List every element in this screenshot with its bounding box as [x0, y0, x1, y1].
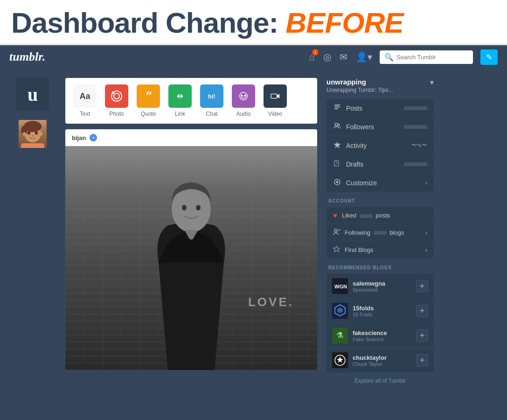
sidebar-item-posts[interactable]: Posts [326, 99, 434, 118]
fakescience-follow-button[interactable]: + [416, 329, 428, 342]
account-item-following[interactable]: Following blogs › [326, 224, 434, 241]
search-input[interactable] [396, 54, 468, 61]
rec-blog-chucktaylor: chucktaylor Chuck Taylor + [326, 348, 434, 373]
account-item-liked[interactable]: ♥ Liked posts [326, 207, 434, 224]
svg-point-5 [23, 132, 26, 136]
followers-count-bar [404, 125, 427, 129]
post-type-chat[interactable]: hi! Chat [200, 84, 224, 117]
banner-title-highlight: BEFORE [285, 7, 403, 39]
sidebar-blog-name: unwrapping [326, 78, 393, 86]
svg-marker-16 [277, 94, 280, 98]
svg-point-14 [244, 95, 246, 97]
svg-rect-28 [334, 108, 338, 109]
find-blogs-icon [333, 245, 340, 254]
link-label: Link [175, 111, 185, 117]
svg-marker-31 [333, 142, 341, 148]
svg-point-3 [28, 132, 30, 135]
following-chevron: › [425, 229, 427, 236]
svg-point-12 [240, 92, 248, 100]
customize-chevron: › [425, 179, 427, 186]
home-icon[interactable]: ⌂ [309, 52, 315, 63]
post-type-link[interactable]: Link [168, 84, 192, 117]
account-label: ACCOUNT [326, 198, 434, 203]
banner-title-main: Dashboard Change: [11, 7, 278, 39]
post-type-photo[interactable]: Photo [104, 84, 129, 117]
audio-icon [232, 84, 255, 108]
recommended-section: RECOMMENDED BLOGS WGN salemwgna Sponsore… [326, 265, 434, 384]
user-avatar [19, 120, 47, 148]
post-image: LOVE. [65, 146, 317, 370]
svg-point-23 [182, 205, 187, 210]
svg-point-7 [32, 135, 34, 137]
chuck-follow-button[interactable]: + [416, 354, 428, 366]
fakescience-sub: Fake Science [353, 336, 411, 342]
tumblr-logo: tumblr. [9, 50, 45, 64]
sidebar-nav-card: Posts Followers Activity 〜∿〜 [326, 99, 434, 192]
blog-selector-chevron[interactable]: ▾ [430, 78, 434, 87]
posts-icon [333, 104, 341, 112]
post-type-audio[interactable]: Audio [231, 84, 256, 117]
15folds-sub: 15 Folds [353, 312, 411, 317]
sidebar-blog-sub: Unwrapping Tumblr: Tips... [326, 87, 393, 93]
sidebar-blog-header: unwrapping Unwrapping Tumblr: Tips... ▾ [326, 78, 434, 93]
svg-point-24 [196, 205, 201, 210]
post-header: bijan + [65, 129, 317, 146]
account-icon[interactable]: 👤▾ [356, 51, 372, 63]
edit-button[interactable]: ✎ [480, 49, 498, 65]
fakescience-avatar: ⚗ [332, 328, 348, 343]
search-bar[interactable]: 🔍 [380, 50, 473, 64]
mail-icon[interactable]: ✉ [340, 51, 347, 63]
svg-point-9 [114, 93, 119, 99]
fakescience-info: fakescience Fake Science [353, 329, 411, 342]
liked-count [360, 214, 373, 218]
salem-sub: Sponsored [353, 287, 411, 293]
drafts-count-bar [404, 162, 427, 166]
salem-follow-button[interactable]: + [416, 280, 428, 292]
svg-rect-8 [21, 143, 44, 148]
liked-text: Liked posts [342, 212, 427, 219]
account-item-find-blogs[interactable]: Find Blogs › [326, 241, 434, 259]
sidebar-item-drafts[interactable]: Drafts [326, 155, 434, 174]
15folds-name: 15folds [353, 305, 411, 312]
link-icon [168, 84, 192, 108]
person-silhouette [131, 169, 252, 370]
drafts-label: Drafts [346, 161, 399, 168]
15folds-follow-button[interactable]: + [416, 305, 428, 317]
post-type-text[interactable]: Aa Text [73, 84, 97, 117]
svg-marker-40 [333, 246, 340, 252]
sidebar-item-activity[interactable]: Activity 〜∿〜 [326, 136, 434, 155]
post-type-quote[interactable]: " Quote [136, 84, 160, 117]
text-label: Text [80, 111, 90, 117]
post-type-video[interactable]: Video [263, 84, 287, 117]
svg-text:WGN: WGN [334, 284, 347, 289]
explore-icon[interactable]: ◎ [323, 51, 331, 63]
fakescience-name: fakescience [353, 329, 411, 336]
15folds-info: 15folds 15 Folds [353, 305, 411, 317]
video-icon [264, 84, 287, 108]
svg-point-6 [40, 132, 42, 136]
15folds-avatar [332, 303, 348, 319]
navbar-icons: ⌂ ◎ ✉ 👤▾ [309, 51, 372, 63]
chuck-name: chucktaylor [353, 354, 411, 361]
salem-avatar: WGN [332, 278, 348, 294]
customize-icon [333, 178, 341, 187]
post-follow-button[interactable]: + [90, 134, 97, 141]
svg-rect-27 [334, 106, 340, 107]
right-sidebar: unwrapping Unwrapping Tumblr: Tips... ▾ … [326, 78, 434, 384]
posts-label: Posts [346, 105, 399, 112]
salem-name: salemwgna [353, 280, 411, 287]
chuck-info: chucktaylor Chuck Taylor [353, 354, 411, 367]
video-label: Video [268, 111, 282, 117]
quote-icon: " [137, 84, 160, 108]
svg-rect-11 [112, 91, 114, 94]
love-text: LOVE. [248, 295, 294, 309]
svg-point-29 [335, 123, 338, 126]
sidebar-item-customize[interactable]: Customize › [326, 174, 434, 192]
svg-rect-26 [334, 105, 340, 105]
text-icon: Aa [73, 84, 97, 108]
banner-title: Dashboard Change: BEFORE [11, 8, 496, 37]
sidebar-item-followers[interactable]: Followers [326, 118, 434, 136]
activity-label: Activity [346, 142, 407, 149]
account-section: ACCOUNT ♥ Liked posts Following blogs › [326, 198, 434, 259]
explore-all-link[interactable]: Explore all of Tumblr [326, 378, 434, 384]
